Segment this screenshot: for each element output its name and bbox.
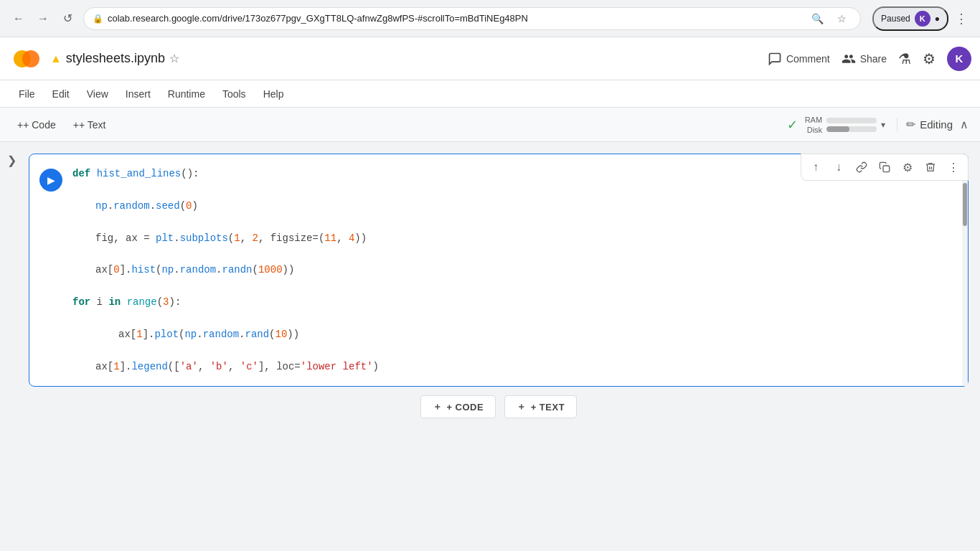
code-editor[interactable]: def hist_and_lines(): np.random.seed(0) … <box>72 154 962 386</box>
link-button[interactable] <box>852 157 872 177</box>
address-bar[interactable]: 🔒 colab.research.google.com/drive/173oz6… <box>83 7 861 30</box>
check-icon: ✓ <box>787 117 798 133</box>
cell-scrollbar[interactable] <box>962 154 968 386</box>
paused-button[interactable]: Paused K ● <box>872 6 948 31</box>
add-text-label: + Text <box>79 119 106 131</box>
disk-bar-container <box>826 126 877 132</box>
paused-avatar: K <box>915 11 930 27</box>
header-actions: Comment Share ⚗ ⚙ K <box>768 47 971 71</box>
refresh-button[interactable]: ↺ <box>57 9 77 29</box>
ram-disk-section: ✓ RAM Disk ▾ <box>787 116 885 134</box>
disk-progress-bar <box>826 126 849 132</box>
cell-toolbar: ↑ ↓ ⚙ <box>801 154 969 181</box>
editing-label: Editing <box>920 118 953 131</box>
add-code-label: + Code <box>23 119 56 131</box>
sidebar-toggle[interactable]: ❯ <box>0 142 23 551</box>
search-icon[interactable]: 🔍 <box>807 9 827 29</box>
copy-icon <box>879 161 890 173</box>
nav-buttons: ← → ↺ <box>9 9 77 29</box>
cell-settings-button[interactable]: ⚙ <box>897 157 918 177</box>
add-text-cell-button[interactable]: ＋ + TEXT <box>504 395 577 418</box>
star-icon[interactable]: ☆ <box>831 9 852 29</box>
menu-file[interactable]: File <box>11 85 42 103</box>
collapse-button[interactable]: ∧ <box>960 118 969 131</box>
user-avatar[interactable]: K <box>947 47 971 71</box>
more-options-button[interactable]: ⋮ <box>943 157 963 177</box>
menu-tools[interactable]: Tools <box>215 85 253 103</box>
svg-point-1 <box>22 50 39 67</box>
run-cell-button[interactable] <box>39 169 62 192</box>
copy-cell-button[interactable] <box>875 157 895 177</box>
comment-icon <box>768 52 782 66</box>
move-down-button[interactable]: ↓ <box>829 157 849 177</box>
cell-inner: def hist_and_lines(): np.random.seed(0) … <box>29 154 968 386</box>
profile-dots-icon: ● <box>935 14 940 24</box>
comment-label: Comment <box>786 53 830 65</box>
drive-icon: ▲ <box>50 52 62 65</box>
menu-view[interactable]: View <box>80 85 116 103</box>
app-header: ▲ stylesheets.ipynb ☆ Comment Share ⚗ ⚙ … <box>0 37 980 80</box>
settings-button[interactable]: ⚙ <box>923 50 936 67</box>
run-button-area <box>29 154 72 386</box>
menu-help[interactable]: Help <box>256 85 291 103</box>
menu-insert[interactable]: Insert <box>118 85 158 103</box>
notebook-area: ↑ ↓ ⚙ <box>23 142 980 551</box>
link-icon <box>856 161 867 173</box>
browser-actions: Paused K ● ⋮ <box>872 6 971 31</box>
flask-button[interactable]: ⚗ <box>898 50 911 67</box>
add-code-cell-button[interactable]: ＋ + CODE <box>420 395 496 418</box>
colab-logo <box>9 41 44 77</box>
plus-icon-code: ＋ <box>433 400 443 413</box>
paused-label: Paused <box>881 14 910 24</box>
ram-progress-bar <box>826 118 842 123</box>
toolbar: + + Code + + Text ✓ RAM Disk ▾ ✏ Editing… <box>0 108 980 142</box>
notebook-title: ▲ stylesheets.ipynb ☆ <box>50 51 179 66</box>
star-button[interactable]: ☆ <box>169 52 179 65</box>
cell-scrollbar-thumb <box>963 183 967 226</box>
add-text-cell-label: + TEXT <box>531 402 565 413</box>
delete-cell-button[interactable] <box>920 157 941 177</box>
menu-edit[interactable]: Edit <box>45 85 77 103</box>
ram-disk-dropdown[interactable]: ▾ <box>881 120 885 130</box>
main-content: ❯ ↑ ↓ ⚙ <box>0 142 980 551</box>
notebook-name: stylesheets.ipynb <box>66 51 165 66</box>
back-button[interactable]: ← <box>9 9 29 29</box>
svg-rect-2 <box>883 166 890 172</box>
share-icon <box>842 52 856 66</box>
add-code-cell-label: + CODE <box>446 402 484 413</box>
forward-button[interactable]: → <box>33 9 53 29</box>
ram-disk-bars <box>826 118 877 132</box>
share-button[interactable]: Share <box>842 52 887 66</box>
menu-runtime[interactable]: Runtime <box>161 85 212 103</box>
browser-menu-button[interactable]: ⋮ <box>951 9 971 29</box>
add-code-button[interactable]: + + Code <box>11 116 62 133</box>
sidebar-chevron-icon: ❯ <box>7 154 17 167</box>
url-text: colab.research.google.com/drive/173oz677… <box>108 13 803 24</box>
code-cell: ↑ ↓ ⚙ <box>29 154 969 387</box>
browser-chrome: ← → ↺ 🔒 colab.research.google.com/drive/… <box>0 0 980 37</box>
editing-section: ✏ Editing ∧ <box>897 118 969 131</box>
share-label: Share <box>860 53 887 65</box>
ram-bar-container <box>826 118 877 123</box>
disk-label: Disk <box>807 126 822 134</box>
pencil-icon: ✏ <box>906 118 915 131</box>
ram-label: RAM <box>805 116 822 124</box>
plus-text-icon: + <box>73 119 79 131</box>
trash-icon <box>925 161 936 173</box>
move-up-button[interactable]: ↑ <box>806 157 826 177</box>
add-cell-bar: ＋ + CODE ＋ + TEXT <box>29 395 969 418</box>
lock-icon: 🔒 <box>93 14 103 24</box>
comment-button[interactable]: Comment <box>768 52 830 66</box>
menu-bar: File Edit View Insert Runtime Tools Help <box>0 80 980 108</box>
plus-icon-text: ＋ <box>517 400 527 413</box>
add-text-button[interactable]: + + Text <box>67 116 112 133</box>
plus-code-icon: + <box>17 119 23 131</box>
